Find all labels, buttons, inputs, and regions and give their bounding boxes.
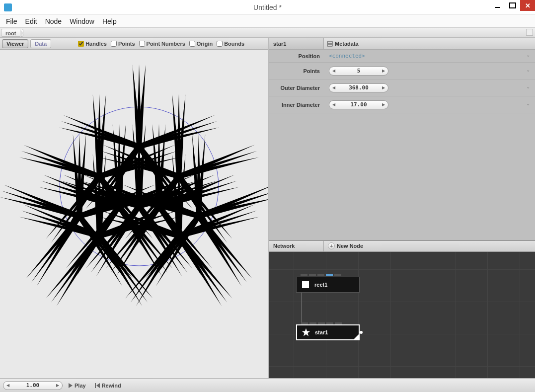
transport-bar: ◀ 1.00 ▶ Play Rewind	[0, 378, 535, 392]
prop-row-points: Points ◀ 5 ▶	[269, 63, 535, 79]
node-star1[interactable]: star1	[296, 324, 360, 340]
new-node-button[interactable]: + New Node	[324, 241, 363, 251]
check-point-numbers[interactable]: Point Numbers	[139, 41, 185, 47]
expand-icon[interactable]	[525, 103, 531, 107]
chevron-right-icon[interactable]: ▶	[54, 382, 61, 389]
menu-window[interactable]: Window	[66, 15, 98, 27]
svg-rect-3	[302, 281, 309, 288]
menu-help[interactable]: Help	[98, 15, 121, 27]
frame-spinner[interactable]: ◀ 1.00 ▶	[3, 381, 63, 390]
play-button[interactable]: Play	[66, 382, 89, 390]
breadcrumb-bar: root	[0, 28, 535, 38]
rewind-icon	[95, 383, 100, 388]
viewer-canvas[interactable]	[0, 50, 268, 378]
breadcrumb-root[interactable]: root	[1, 29, 23, 37]
chevron-right-icon[interactable]: ▶	[380, 101, 387, 108]
maximize-button[interactable]	[505, 0, 520, 11]
render-indicator-icon	[360, 331, 363, 334]
network-header: Network + New Node	[269, 241, 535, 252]
play-icon	[69, 383, 73, 388]
chevron-left-icon[interactable]: ◀	[330, 68, 337, 75]
position-value[interactable]: <connected>	[329, 53, 365, 59]
menu-file[interactable]: File	[2, 15, 21, 27]
chevron-right-icon[interactable]: ▶	[380, 68, 387, 75]
window-controls	[490, 0, 535, 11]
menu-edit[interactable]: Edit	[21, 15, 41, 27]
menu-bar: File Edit Node Window Help	[0, 15, 535, 28]
selected-node-label: star1	[269, 38, 324, 49]
points-spinner[interactable]: ◀ 5 ▶	[329, 67, 388, 76]
tab-data[interactable]: Data	[30, 39, 51, 48]
expand-icon[interactable]	[525, 54, 531, 58]
network-canvas[interactable]: rect1 star1	[269, 252, 535, 379]
minimize-button[interactable]	[490, 0, 505, 11]
close-button[interactable]	[520, 0, 535, 11]
rect-icon	[300, 279, 311, 291]
prop-row-outer-diameter: Outer Diameter ◀ 368.00 ▶	[269, 79, 535, 96]
svg-marker-4	[302, 328, 310, 336]
check-origin[interactable]: Origin	[189, 41, 213, 47]
window-title: Untitled *	[253, 3, 282, 11]
metadata-icon	[327, 41, 333, 47]
title-bar: Untitled *	[0, 0, 535, 15]
network-label: Network	[269, 241, 324, 251]
chevron-right-icon[interactable]: ▶	[380, 84, 387, 91]
expand-icon[interactable]	[525, 69, 531, 73]
plus-icon: +	[328, 242, 335, 249]
viewer-pane: Viewer Data Handles Points Point Numbers…	[0, 38, 269, 378]
inner-diameter-spinner[interactable]: ◀ 17.00 ▶	[329, 100, 388, 109]
properties-blank-area	[269, 113, 535, 241]
star-icon	[300, 326, 312, 338]
chevron-left-icon[interactable]: ◀	[330, 84, 337, 91]
viewer-toolbar: Viewer Data Handles Points Point Numbers…	[0, 38, 268, 50]
tab-viewer[interactable]: Viewer	[2, 39, 28, 48]
tab-metadata[interactable]: Metadata	[324, 38, 359, 49]
expand-icon[interactable]	[525, 86, 531, 90]
prop-row-inner-diameter: Inner Diameter ◀ 17.00 ▶	[269, 96, 535, 113]
chevron-left-icon[interactable]: ◀	[4, 382, 11, 389]
breadcrumb-close-icon[interactable]	[526, 29, 533, 36]
check-points[interactable]: Points	[111, 41, 135, 47]
properties-panel: Position <connected> Points ◀ 5 ▶ Outer …	[269, 50, 535, 113]
check-handles[interactable]: Handles	[78, 41, 107, 47]
check-bounds[interactable]: Bounds	[217, 41, 244, 47]
prop-row-position: Position <connected>	[269, 50, 535, 63]
rewind-button[interactable]: Rewind	[92, 382, 124, 390]
outer-diameter-spinner[interactable]: ◀ 368.00 ▶	[329, 83, 388, 92]
node-rect1[interactable]: rect1	[296, 277, 360, 293]
properties-header: star1 Metadata	[269, 38, 535, 50]
chevron-left-icon[interactable]: ◀	[330, 101, 337, 108]
menu-node[interactable]: Node	[41, 15, 66, 27]
app-icon	[4, 3, 12, 11]
